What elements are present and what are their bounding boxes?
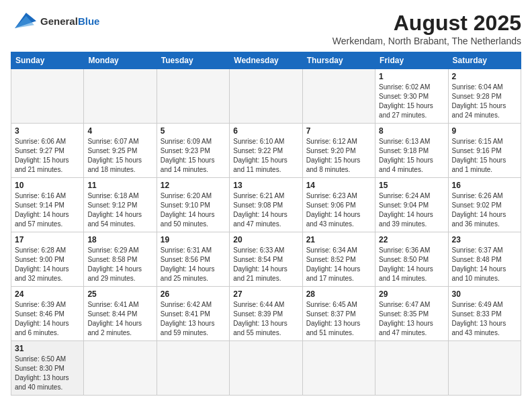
day-number: 25 — [87, 289, 152, 299]
day-info: Sunrise: 6:07 AM Sunset: 9:25 PM Dayligh… — [87, 137, 152, 175]
day-number: 24 — [15, 289, 80, 299]
day-number: 28 — [306, 289, 371, 299]
general-blue-logo-icon — [11, 11, 36, 32]
calendar-cell: 11Sunrise: 6:18 AM Sunset: 9:12 PM Dayli… — [84, 178, 157, 232]
day-number: 27 — [233, 289, 298, 299]
day-info: Sunrise: 6:49 AM Sunset: 8:33 PM Dayligh… — [452, 300, 517, 338]
day-number: 3 — [15, 126, 80, 136]
calendar-cell — [230, 69, 302, 124]
day-info: Sunrise: 6:47 AM Sunset: 8:35 PM Dayligh… — [379, 300, 444, 338]
day-info: Sunrise: 6:36 AM Sunset: 8:50 PM Dayligh… — [379, 246, 444, 283]
calendar-cell: 31Sunrise: 6:50 AM Sunset: 8:30 PM Dayli… — [11, 341, 84, 396]
day-info: Sunrise: 6:37 AM Sunset: 8:48 PM Dayligh… — [452, 246, 517, 283]
weekday-header-friday: Friday — [375, 52, 448, 69]
day-number: 21 — [306, 235, 371, 244]
day-number: 15 — [379, 181, 444, 190]
calendar-cell: 21Sunrise: 6:34 AM Sunset: 8:52 PM Dayli… — [302, 232, 375, 287]
calendar-cell — [157, 69, 229, 124]
day-number: 1 — [379, 72, 444, 81]
day-number: 9 — [452, 126, 517, 136]
day-info: Sunrise: 6:02 AM Sunset: 9:30 PM Dayligh… — [379, 83, 444, 120]
day-number: 26 — [161, 289, 226, 299]
calendar-cell: 6Sunrise: 6:10 AM Sunset: 9:22 PM Daylig… — [230, 124, 302, 178]
day-info: Sunrise: 6:26 AM Sunset: 9:02 PM Dayligh… — [452, 191, 517, 229]
month-year-title: August 2025 — [332, 11, 521, 36]
title-block: August 2025 Werkendam, North Brabant, Th… — [332, 11, 521, 46]
calendar-cell: 3Sunrise: 6:06 AM Sunset: 9:27 PM Daylig… — [11, 124, 84, 178]
day-info: Sunrise: 6:42 AM Sunset: 8:41 PM Dayligh… — [161, 300, 226, 338]
calendar-cell — [302, 341, 375, 396]
day-info: Sunrise: 6:45 AM Sunset: 8:37 PM Dayligh… — [306, 300, 371, 338]
day-number: 30 — [452, 289, 517, 299]
calendar-cell — [11, 69, 84, 124]
calendar-week-row: 10Sunrise: 6:16 AM Sunset: 9:14 PM Dayli… — [11, 178, 521, 232]
day-info: Sunrise: 6:06 AM Sunset: 9:27 PM Dayligh… — [15, 137, 80, 175]
day-number: 7 — [306, 126, 371, 136]
calendar-cell: 2Sunrise: 6:04 AM Sunset: 9:28 PM Daylig… — [448, 69, 521, 124]
calendar-cell: 28Sunrise: 6:45 AM Sunset: 8:37 PM Dayli… — [302, 287, 375, 341]
day-number: 17 — [15, 235, 80, 244]
calendar-cell: 24Sunrise: 6:39 AM Sunset: 8:46 PM Dayli… — [11, 287, 84, 341]
calendar-cell: 22Sunrise: 6:36 AM Sunset: 8:50 PM Dayli… — [375, 232, 448, 287]
weekday-header-tuesday: Tuesday — [157, 52, 229, 69]
day-info: Sunrise: 6:12 AM Sunset: 9:20 PM Dayligh… — [306, 137, 371, 175]
day-info: Sunrise: 6:04 AM Sunset: 9:28 PM Dayligh… — [452, 83, 517, 120]
day-info: Sunrise: 6:34 AM Sunset: 8:52 PM Dayligh… — [306, 246, 371, 283]
day-info: Sunrise: 6:41 AM Sunset: 8:44 PM Dayligh… — [87, 300, 152, 338]
day-info: Sunrise: 6:39 AM Sunset: 8:46 PM Dayligh… — [15, 300, 80, 338]
logo: GeneralBlue — [11, 11, 99, 32]
calendar-week-row: 3Sunrise: 6:06 AM Sunset: 9:27 PM Daylig… — [11, 124, 521, 178]
day-info: Sunrise: 6:44 AM Sunset: 8:39 PM Dayligh… — [233, 300, 298, 338]
weekday-header-wednesday: Wednesday — [230, 52, 302, 69]
calendar-cell: 1Sunrise: 6:02 AM Sunset: 9:30 PM Daylig… — [375, 69, 448, 124]
day-info: Sunrise: 6:18 AM Sunset: 9:12 PM Dayligh… — [87, 191, 152, 229]
location-subtitle: Werkendam, North Brabant, The Netherland… — [332, 36, 521, 46]
calendar-cell — [302, 69, 375, 124]
day-number: 19 — [161, 235, 226, 244]
day-info: Sunrise: 6:50 AM Sunset: 8:30 PM Dayligh… — [15, 355, 80, 392]
day-info: Sunrise: 6:28 AM Sunset: 9:00 PM Dayligh… — [15, 246, 80, 283]
weekday-header-monday: Monday — [84, 52, 157, 69]
day-number: 31 — [15, 344, 80, 353]
calendar-week-row: 31Sunrise: 6:50 AM Sunset: 8:30 PM Dayli… — [11, 341, 521, 396]
day-number: 5 — [161, 126, 226, 136]
calendar-cell: 4Sunrise: 6:07 AM Sunset: 9:25 PM Daylig… — [84, 124, 157, 178]
weekday-header-row: SundayMondayTuesdayWednesdayThursdayFrid… — [11, 52, 521, 69]
calendar-cell: 25Sunrise: 6:41 AM Sunset: 8:44 PM Dayli… — [84, 287, 157, 341]
calendar-cell: 9Sunrise: 6:15 AM Sunset: 9:16 PM Daylig… — [448, 124, 521, 178]
day-info: Sunrise: 6:13 AM Sunset: 9:18 PM Dayligh… — [379, 137, 444, 175]
day-info: Sunrise: 6:20 AM Sunset: 9:10 PM Dayligh… — [161, 191, 226, 229]
calendar-cell: 12Sunrise: 6:20 AM Sunset: 9:10 PM Dayli… — [157, 178, 229, 232]
day-number: 8 — [379, 126, 444, 136]
calendar-table: SundayMondayTuesdayWednesdayThursdayFrid… — [11, 52, 521, 396]
calendar-cell — [375, 341, 448, 396]
calendar-cell: 30Sunrise: 6:49 AM Sunset: 8:33 PM Dayli… — [448, 287, 521, 341]
page-header: GeneralBlue August 2025 Werkendam, North… — [11, 11, 521, 46]
day-number: 14 — [306, 181, 371, 190]
day-number: 12 — [161, 181, 226, 190]
calendar-cell: 8Sunrise: 6:13 AM Sunset: 9:18 PM Daylig… — [375, 124, 448, 178]
weekday-header-saturday: Saturday — [448, 52, 521, 69]
day-number: 10 — [15, 181, 80, 190]
calendar-cell: 19Sunrise: 6:31 AM Sunset: 8:56 PM Dayli… — [157, 232, 229, 287]
calendar-cell: 23Sunrise: 6:37 AM Sunset: 8:48 PM Dayli… — [448, 232, 521, 287]
calendar-cell: 26Sunrise: 6:42 AM Sunset: 8:41 PM Dayli… — [157, 287, 229, 341]
day-number: 20 — [233, 235, 298, 244]
calendar-cell: 10Sunrise: 6:16 AM Sunset: 9:14 PM Dayli… — [11, 178, 84, 232]
day-number: 11 — [87, 181, 152, 190]
day-number: 6 — [233, 126, 298, 136]
calendar-cell: 18Sunrise: 6:29 AM Sunset: 8:58 PM Dayli… — [84, 232, 157, 287]
calendar-cell — [84, 69, 157, 124]
day-info: Sunrise: 6:29 AM Sunset: 8:58 PM Dayligh… — [87, 246, 152, 283]
day-number: 23 — [452, 235, 517, 244]
day-number: 18 — [87, 235, 152, 244]
calendar-cell: 20Sunrise: 6:33 AM Sunset: 8:54 PM Dayli… — [230, 232, 302, 287]
day-info: Sunrise: 6:10 AM Sunset: 9:22 PM Dayligh… — [233, 137, 298, 175]
calendar-cell — [448, 341, 521, 396]
day-number: 16 — [452, 181, 517, 190]
calendar-cell: 27Sunrise: 6:44 AM Sunset: 8:39 PM Dayli… — [230, 287, 302, 341]
calendar-cell — [84, 341, 157, 396]
weekday-header-sunday: Sunday — [11, 52, 84, 69]
weekday-header-thursday: Thursday — [302, 52, 375, 69]
calendar-week-row: 24Sunrise: 6:39 AM Sunset: 8:46 PM Dayli… — [11, 287, 521, 341]
